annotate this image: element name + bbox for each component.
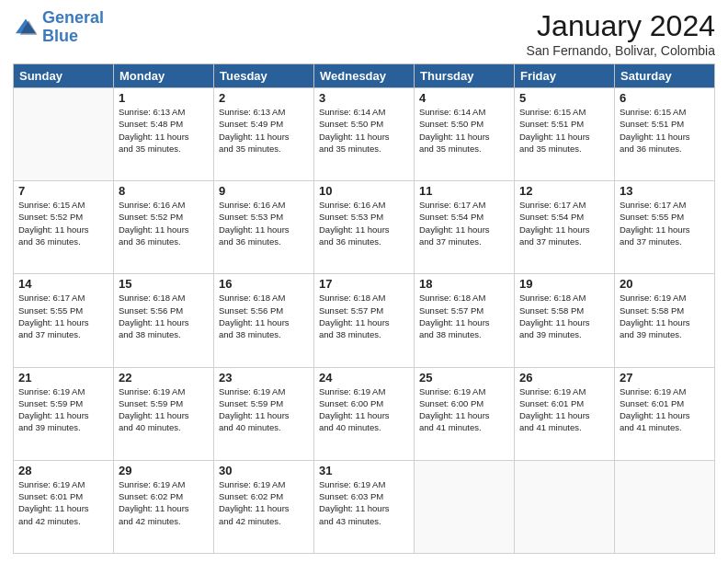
day-cell: 27Sunrise: 6:19 AMSunset: 6:01 PMDayligh…: [615, 367, 715, 460]
day-cell: 28Sunrise: 6:19 AMSunset: 6:01 PMDayligh…: [14, 460, 114, 553]
day-cell: 9Sunrise: 6:16 AMSunset: 5:53 PMDaylight…: [214, 181, 314, 274]
header-cell-friday: Friday: [515, 64, 615, 88]
day-cell: 5Sunrise: 6:15 AMSunset: 5:51 PMDaylight…: [515, 88, 615, 181]
day-info: Sunrise: 6:19 AMSunset: 5:59 PMDaylight:…: [18, 385, 108, 434]
day-cell: 17Sunrise: 6:18 AMSunset: 5:57 PMDayligh…: [314, 274, 415, 367]
day-info: Sunrise: 6:18 AMSunset: 5:57 PMDaylight:…: [319, 292, 409, 340]
day-cell: 8Sunrise: 6:16 AMSunset: 5:52 PMDaylight…: [114, 181, 214, 274]
day-cell: 10Sunrise: 6:16 AMSunset: 5:53 PMDayligh…: [314, 181, 415, 274]
day-info: Sunrise: 6:19 AMSunset: 6:01 PMDaylight:…: [620, 385, 710, 434]
day-number: 7: [18, 184, 108, 198]
day-cell: 29Sunrise: 6:19 AMSunset: 6:02 PMDayligh…: [114, 460, 214, 553]
day-info: Sunrise: 6:19 AMSunset: 6:02 PMDaylight:…: [219, 478, 309, 527]
day-info: Sunrise: 6:19 AMSunset: 6:00 PMDaylight:…: [319, 385, 409, 434]
header-cell-monday: Monday: [114, 64, 214, 88]
day-cell: 12Sunrise: 6:17 AMSunset: 5:54 PMDayligh…: [515, 181, 615, 274]
day-info: Sunrise: 6:18 AMSunset: 5:56 PMDaylight:…: [219, 292, 309, 340]
day-number: 11: [419, 184, 509, 198]
day-info: Sunrise: 6:15 AMSunset: 5:52 PMDaylight:…: [18, 199, 108, 247]
day-number: 19: [519, 277, 609, 291]
day-cell: 20Sunrise: 6:19 AMSunset: 5:58 PMDayligh…: [615, 274, 715, 367]
day-info: Sunrise: 6:19 AMSunset: 6:01 PMDaylight:…: [519, 385, 609, 434]
day-number: 21: [18, 371, 108, 385]
day-cell: 26Sunrise: 6:19 AMSunset: 6:01 PMDayligh…: [515, 367, 615, 460]
day-cell: [515, 460, 615, 553]
day-info: Sunrise: 6:14 AMSunset: 5:50 PMDaylight:…: [319, 106, 409, 155]
day-number: 6: [620, 91, 710, 105]
day-cell: [615, 460, 715, 553]
day-cell: 14Sunrise: 6:17 AMSunset: 5:55 PMDayligh…: [14, 274, 114, 367]
day-number: 8: [119, 184, 209, 198]
day-info: Sunrise: 6:19 AMSunset: 6:03 PMDaylight:…: [319, 478, 409, 527]
header-cell-thursday: Thursday: [415, 64, 515, 88]
day-info: Sunrise: 6:19 AMSunset: 6:00 PMDaylight:…: [419, 385, 509, 434]
day-cell: 11Sunrise: 6:17 AMSunset: 5:54 PMDayligh…: [415, 181, 515, 274]
day-cell: 30Sunrise: 6:19 AMSunset: 6:02 PMDayligh…: [214, 460, 314, 553]
header-cell-wednesday: Wednesday: [314, 64, 415, 88]
week-row-4: 28Sunrise: 6:19 AMSunset: 6:01 PMDayligh…: [14, 460, 715, 553]
day-number: 25: [419, 371, 509, 385]
day-cell: 16Sunrise: 6:18 AMSunset: 5:56 PMDayligh…: [214, 274, 314, 367]
logo-icon: [13, 17, 39, 38]
header: General Blue January 2024 San Fernando, …: [13, 9, 715, 58]
week-row-0: 1Sunrise: 6:13 AMSunset: 5:48 PMDaylight…: [14, 88, 715, 181]
calendar-header-row: SundayMondayTuesdayWednesdayThursdayFrid…: [14, 64, 715, 88]
header-cell-tuesday: Tuesday: [214, 64, 314, 88]
day-number: 26: [519, 371, 609, 385]
day-number: 23: [219, 371, 309, 385]
day-cell: 23Sunrise: 6:19 AMSunset: 5:59 PMDayligh…: [214, 367, 314, 460]
day-info: Sunrise: 6:19 AMSunset: 5:58 PMDaylight:…: [620, 292, 710, 340]
week-row-2: 14Sunrise: 6:17 AMSunset: 5:55 PMDayligh…: [14, 274, 715, 367]
header-cell-sunday: Sunday: [14, 64, 114, 88]
day-info: Sunrise: 6:16 AMSunset: 5:52 PMDaylight:…: [119, 199, 209, 247]
day-number: 5: [519, 91, 609, 105]
day-number: 22: [119, 371, 209, 385]
day-cell: 15Sunrise: 6:18 AMSunset: 5:56 PMDayligh…: [114, 274, 214, 367]
day-number: 28: [18, 464, 108, 477]
day-info: Sunrise: 6:15 AMSunset: 5:51 PMDaylight:…: [620, 106, 710, 155]
calendar-subtitle: San Fernando, Bolivar, Colombia: [527, 43, 715, 58]
day-number: 16: [219, 277, 309, 291]
day-cell: 24Sunrise: 6:19 AMSunset: 6:00 PMDayligh…: [314, 367, 415, 460]
day-number: 10: [319, 184, 409, 198]
day-cell: [415, 460, 515, 553]
day-number: 1: [119, 91, 209, 105]
day-info: Sunrise: 6:16 AMSunset: 5:53 PMDaylight:…: [319, 199, 409, 247]
logo-text: General Blue: [42, 9, 104, 46]
day-cell: 22Sunrise: 6:19 AMSunset: 5:59 PMDayligh…: [114, 367, 214, 460]
day-number: 9: [219, 184, 309, 198]
logo-line1: General: [42, 8, 104, 27]
calendar-table: SundayMondayTuesdayWednesdayThursdayFrid…: [13, 63, 715, 554]
title-block: January 2024 San Fernando, Bolivar, Colo…: [527, 9, 715, 58]
day-info: Sunrise: 6:15 AMSunset: 5:51 PMDaylight:…: [519, 106, 609, 155]
day-info: Sunrise: 6:18 AMSunset: 5:57 PMDaylight:…: [419, 292, 509, 340]
day-info: Sunrise: 6:18 AMSunset: 5:56 PMDaylight:…: [119, 292, 209, 340]
header-cell-saturday: Saturday: [615, 64, 715, 88]
day-info: Sunrise: 6:17 AMSunset: 5:54 PMDaylight:…: [419, 199, 509, 247]
day-number: 18: [419, 277, 509, 291]
day-number: 14: [18, 277, 108, 291]
day-number: 20: [620, 277, 710, 291]
day-cell: 2Sunrise: 6:13 AMSunset: 5:49 PMDaylight…: [214, 88, 314, 181]
day-number: 3: [319, 91, 409, 105]
day-number: 31: [319, 464, 409, 477]
day-number: 30: [219, 464, 309, 477]
day-cell: 13Sunrise: 6:17 AMSunset: 5:55 PMDayligh…: [615, 181, 715, 274]
day-number: 13: [620, 184, 710, 198]
day-info: Sunrise: 6:17 AMSunset: 5:55 PMDaylight:…: [620, 199, 710, 247]
day-number: 2: [219, 91, 309, 105]
day-cell: [14, 88, 114, 181]
week-row-3: 21Sunrise: 6:19 AMSunset: 5:59 PMDayligh…: [14, 367, 715, 460]
day-number: 15: [119, 277, 209, 291]
day-info: Sunrise: 6:17 AMSunset: 5:54 PMDaylight:…: [519, 199, 609, 247]
day-info: Sunrise: 6:19 AMSunset: 6:01 PMDaylight:…: [18, 478, 108, 527]
day-cell: 25Sunrise: 6:19 AMSunset: 6:00 PMDayligh…: [415, 367, 515, 460]
day-number: 17: [319, 277, 409, 291]
day-cell: 4Sunrise: 6:14 AMSunset: 5:50 PMDaylight…: [415, 88, 515, 181]
day-cell: 31Sunrise: 6:19 AMSunset: 6:03 PMDayligh…: [314, 460, 415, 553]
day-cell: 18Sunrise: 6:18 AMSunset: 5:57 PMDayligh…: [415, 274, 515, 367]
day-info: Sunrise: 6:16 AMSunset: 5:53 PMDaylight:…: [219, 199, 309, 247]
logo: General Blue: [13, 9, 104, 46]
page: General Blue January 2024 San Fernando, …: [0, 0, 728, 563]
day-info: Sunrise: 6:19 AMSunset: 6:02 PMDaylight:…: [119, 478, 209, 527]
